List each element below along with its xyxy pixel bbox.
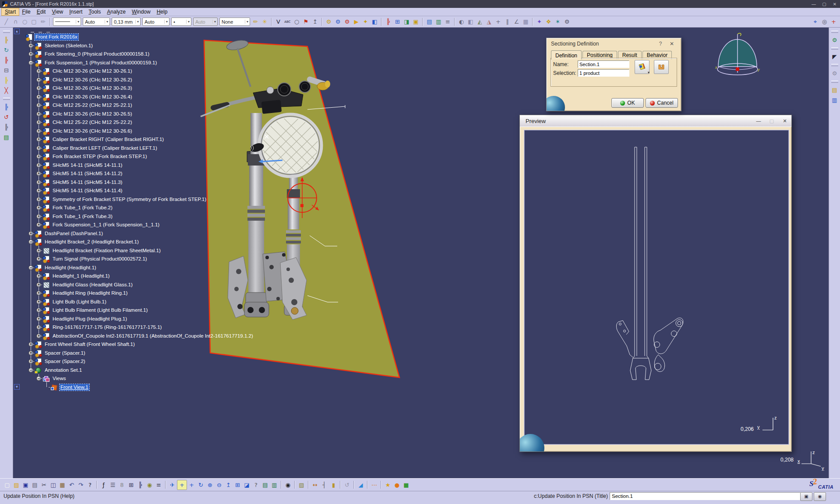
simulation-icon[interactable]: ✶ xyxy=(553,17,562,26)
line-style-combo[interactable]: ▾ xyxy=(53,18,81,26)
tree-item-label[interactable]: Turn Signal (Physical Product00002572.1) xyxy=(52,256,148,262)
tree-item-label[interactable]: Spacer (Spacer.2) xyxy=(44,358,86,365)
tree-item-label[interactable]: Headlight Plug (Headlight Plug.1) xyxy=(52,316,128,322)
tree-item-label[interactable]: Front View.1 xyxy=(60,384,89,391)
comment-bubble-icon[interactable]: ☰ xyxy=(108,480,117,490)
tree-item[interactable]: +CHc M12 30-26 (CHc M12 30-26.3) xyxy=(13,84,346,93)
exploded-gears-icon[interactable]: ⚙ xyxy=(830,35,839,45)
tree-item[interactable]: +Turn Signal (Physical Product00002572.1… xyxy=(13,255,346,264)
copy-icon[interactable]: ◫ xyxy=(49,480,58,490)
update-cycle-icon[interactable]: ↻ xyxy=(2,46,11,55)
fastener-tree-icon[interactable]: ╠ xyxy=(384,17,393,26)
preview-viewport[interactable]: 0,206 z y xyxy=(524,130,789,444)
compare-icon[interactable]: ◮ xyxy=(484,17,494,26)
tree-item-label[interactable]: SHcM5 14-11 (SHcM5 14-11.3) xyxy=(52,179,123,186)
tree-item[interactable]: +Headlight_1 (Headlight.1) xyxy=(13,272,346,281)
knowledge-flower-icon[interactable]: ❖ xyxy=(544,17,553,26)
tree-item-label[interactable]: Light Bulb Filament (Light Bulb Filament… xyxy=(52,307,148,314)
layer-combo[interactable]: None▾ xyxy=(219,18,250,26)
tree-item-label[interactable]: Front Fork R2016x xyxy=(35,34,78,40)
tree-item[interactable]: +DashPanel (DashPanel.1) xyxy=(13,229,346,238)
name-field[interactable] xyxy=(578,60,629,68)
swap-visible-space-icon[interactable]: ◢ xyxy=(356,480,365,490)
graph-tree-insert-icon[interactable]: ╠ xyxy=(2,56,11,65)
collapse-toggle[interactable]: − xyxy=(36,376,41,381)
doc-window-button[interactable]: ▣ xyxy=(800,492,812,501)
maximize-icon[interactable]: ▢ xyxy=(819,2,829,7)
structure-grid-icon[interactable]: ⊞ xyxy=(393,17,402,26)
tree-item-label[interactable]: SHcM5 14-11 (SHcM5 14-11.4) xyxy=(52,187,123,194)
multi-view-icon[interactable]: ⊞ xyxy=(233,480,242,490)
tree-item-label[interactable]: SHcM5 14-11 (SHcM5 14-11.1) xyxy=(52,162,123,169)
add-view-icon[interactable]: + xyxy=(829,17,838,26)
expand-toggle[interactable]: + xyxy=(36,274,41,278)
distance-band-icon[interactable]: ◭ xyxy=(475,17,484,26)
expand-toggle[interactable]: + xyxy=(36,180,41,185)
expand-toggle[interactable]: + xyxy=(36,69,41,74)
tree-item[interactable]: +CHc M12 30-26 (CHc M12 30-26.6) xyxy=(13,127,346,136)
tree-item[interactable]: +CHc M12 30-26 (CHc M12 30-26.1) xyxy=(13,67,346,76)
numbering-icon[interactable]: ▣ xyxy=(411,17,420,26)
datum-flag-icon[interactable]: ⚑ xyxy=(301,17,311,26)
mechanism-gear-icon[interactable]: ⚙ xyxy=(562,17,572,26)
tree-item-label[interactable]: Headlight Glass (Headlight Glass.1) xyxy=(52,282,134,288)
expand-toggle[interactable]: + xyxy=(36,197,41,202)
paintbrush-icon[interactable]: ✏ xyxy=(251,17,260,26)
tree-item[interactable]: +Skeleton (Skeleton.1) xyxy=(13,42,346,50)
paste-icon[interactable]: ▦ xyxy=(58,480,67,490)
tree-item[interactable]: +CHc M12 25-22 (CHc M12 25-22.2) xyxy=(13,118,346,127)
tree-item[interactable]: −Fork Suspension_1 (Physical Product0000… xyxy=(13,59,346,67)
tree-item[interactable]: +Fork Bracket STEP (Fork Bracket STEP.1) xyxy=(13,152,346,161)
graph-list-icon[interactable]: ≡ xyxy=(443,17,452,26)
render-style-combo[interactable]: Auto▾ xyxy=(193,18,218,26)
collapse-toggle[interactable]: − xyxy=(28,368,33,373)
clipboard-icon[interactable]: ▤ xyxy=(830,85,839,95)
graph-tree-reorder-icon[interactable]: ╠ xyxy=(2,35,11,45)
update-refresh-icon[interactable]: ↺ xyxy=(342,480,352,490)
tree-item[interactable]: −Headlight (Headlight.1) xyxy=(13,264,346,272)
tree-item[interactable]: +Symmetry of Fork Bracket STEP (Symmetry… xyxy=(13,195,346,204)
balloon-icon[interactable]: ○ xyxy=(292,17,301,26)
tree-item-label[interactable]: Skeleton (Skeleton.1) xyxy=(44,42,94,49)
expand-toggle[interactable]: + xyxy=(36,103,41,108)
new-document-icon[interactable]: ▢ xyxy=(3,480,12,490)
menu-analyze[interactable]: Analyze xyxy=(104,8,129,15)
database-tree-icon[interactable]: ⊟ xyxy=(2,66,11,75)
line-type-combo[interactable]: Auto▾ xyxy=(142,18,169,26)
tree-item-label[interactable]: CHc M12 30-26 (CHc M12 30-26.1) xyxy=(52,68,133,74)
expand-toggle[interactable]: + xyxy=(28,43,33,48)
expand-toggle[interactable]: + xyxy=(36,120,41,125)
measure-between-icon[interactable]: ↔ xyxy=(311,480,320,490)
expand-toggle[interactable]: + xyxy=(36,129,41,134)
expand-toggle[interactable]: + xyxy=(36,112,41,116)
tree-item[interactable]: +CHc M12 30-26 (CHc M12 30-26.4) xyxy=(13,93,346,102)
tree-item-label[interactable]: Fork Steering_0 (Physical Product0000015… xyxy=(44,51,150,57)
expand-toggle[interactable]: + xyxy=(28,231,33,236)
text-with-leader-icon[interactable]: V xyxy=(274,17,283,26)
point-symbol-combo[interactable]: •▾ xyxy=(171,18,191,26)
tree-item-label[interactable]: Front Wheel Shaft (Front Wheel Shaft.1) xyxy=(44,341,136,348)
material-ball-icon[interactable]: ● xyxy=(392,480,402,490)
tree-item-label[interactable]: Spacer (Spacer.1) xyxy=(44,350,86,356)
graph-tree-loop-icon[interactable]: ↺ xyxy=(2,113,11,122)
collapse-toggle[interactable]: − xyxy=(28,60,33,65)
tree-item-label[interactable]: Symmetry of Fork Bracket STEP (Symmetry … xyxy=(52,196,207,203)
tree-item-label[interactable]: CHc M12 25-22 (CHc M12 25-22.1) xyxy=(52,102,133,109)
tree-item-label[interactable]: CHc M12 30-26 (CHc M12 30-26.3) xyxy=(52,85,133,92)
expand-toggle[interactable]: + xyxy=(28,52,33,56)
zoom-out-icon[interactable]: ⊖ xyxy=(215,480,224,490)
expand-toggle[interactable]: + xyxy=(28,351,33,356)
toolbar-drag-handle[interactable] xyxy=(831,31,838,33)
menu-view[interactable]: View xyxy=(49,8,66,15)
component-cube-icon[interactable]: ◧ xyxy=(370,17,379,26)
tree-item[interactable]: +CHc M12 25-22 (CHc M12 25-22.1) xyxy=(13,101,346,110)
expand-toggle[interactable]: + xyxy=(36,154,41,159)
tab-definition[interactable]: Definition xyxy=(551,50,582,60)
axis-icon[interactable]: + xyxy=(494,17,503,26)
section-plane-button[interactable]: ▾ xyxy=(635,60,649,74)
tree-item-label[interactable]: Fork Suspension_1_1 (Fork Suspension_1_1… xyxy=(52,222,160,228)
circle-tool-icon[interactable]: ○ xyxy=(20,17,29,26)
constraint-star-icon[interactable]: ✦ xyxy=(535,17,544,26)
expand-toggle[interactable]: + xyxy=(36,291,41,296)
command-input[interactable] xyxy=(610,492,801,500)
